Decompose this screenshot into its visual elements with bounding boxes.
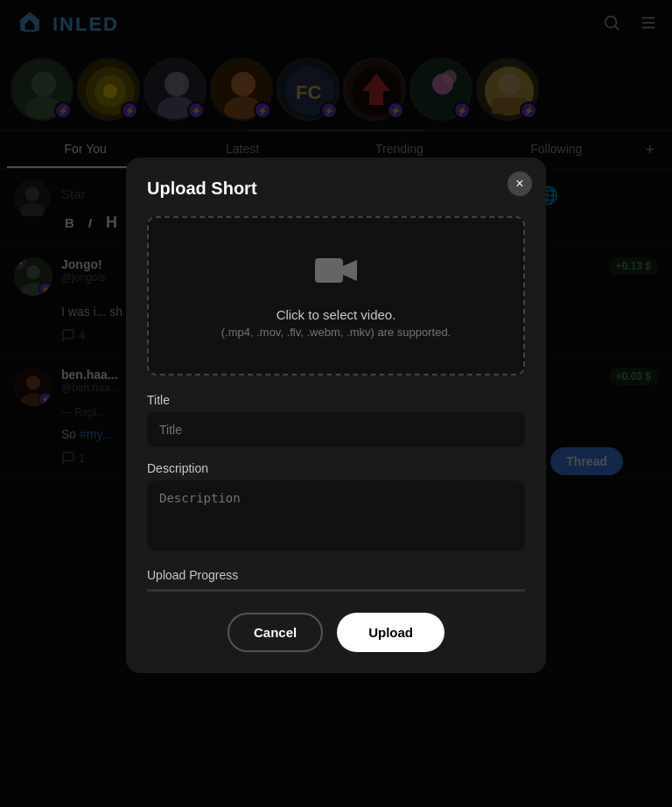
upload-progress-label: Upload Progress bbox=[147, 568, 525, 582]
title-input[interactable] bbox=[147, 412, 525, 447]
modal-close-button[interactable]: × bbox=[508, 172, 532, 196]
description-input[interactable] bbox=[147, 481, 525, 551]
modal-overlay: Upload Short × Click to select video. (.… bbox=[0, 0, 672, 807]
upload-button[interactable]: Upload bbox=[337, 613, 444, 652]
description-label: Description bbox=[147, 461, 525, 475]
upload-click-text: Click to select video. bbox=[166, 307, 506, 322]
upload-progress-bar bbox=[147, 589, 525, 592]
svg-rect-28 bbox=[315, 258, 343, 283]
upload-formats-text: (.mp4, .mov, .flv, .webm, .mkv) are supp… bbox=[166, 326, 506, 339]
upload-video-area[interactable]: Click to select video. (.mp4, .mov, .flv… bbox=[147, 216, 525, 375]
video-camera-icon bbox=[166, 253, 506, 297]
modal-footer: Cancel Upload bbox=[147, 613, 525, 652]
upload-short-modal: Upload Short × Click to select video. (.… bbox=[126, 158, 546, 673]
cancel-button[interactable]: Cancel bbox=[228, 613, 323, 652]
title-label: Title bbox=[147, 393, 525, 407]
modal-title: Upload Short bbox=[147, 179, 525, 199]
